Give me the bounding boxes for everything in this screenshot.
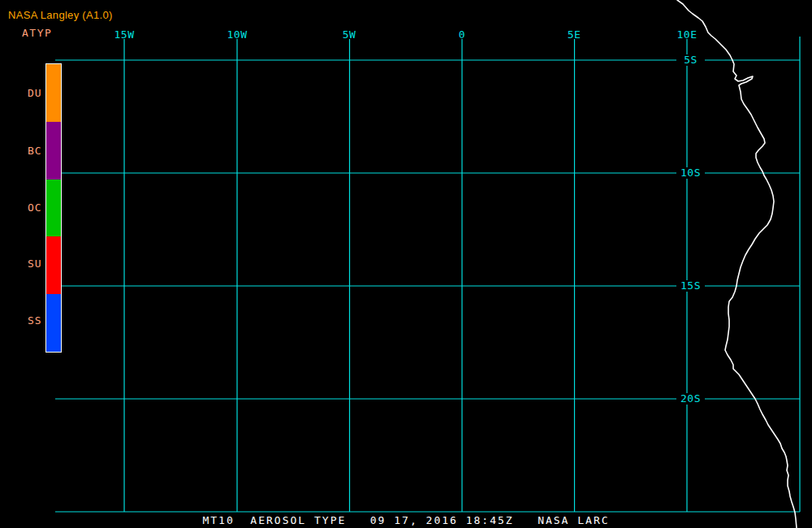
map-plot-area: [0, 0, 812, 528]
lon-label-10e: 10E: [677, 28, 698, 41]
colorbar-swatch-black-carbon: [46, 122, 61, 180]
aerosol-map-screen: NASA Langley (A1.0) ATYP 15W 10W 5W 0 5E…: [0, 0, 812, 528]
colorbar-swatch-dust: [46, 64, 61, 122]
colorbar-swatch-organic: [46, 180, 61, 237]
graticule-vertical-lines: [124, 37, 800, 512]
lat-label-15s: 15S: [676, 280, 705, 292]
page-title: NASA Langley (A1.0): [8, 9, 113, 21]
legend-label-su: SU: [28, 258, 44, 270]
colorbar-swatch-sea-salt: [46, 294, 61, 352]
caption-text: MT10 AEROSOL TYPE 09 17, 2016 18:45Z NAS…: [0, 514, 812, 526]
legend-label-ss: SS: [28, 314, 44, 327]
lon-label-10w: 10W: [227, 28, 248, 41]
colorbar-swatch-sulfate: [46, 236, 61, 294]
lon-label-5e: 5E: [568, 28, 581, 41]
coastline: [677, 0, 797, 528]
product-code-label: ATYP: [22, 27, 52, 39]
lat-label-20s: 20S: [676, 393, 705, 405]
lon-label-0: 0: [459, 28, 465, 41]
legend-label-du: DU: [28, 87, 44, 99]
legend-label-oc: OC: [28, 201, 44, 214]
lat-label-5s: 5S: [676, 54, 705, 66]
aerosol-type-colorbar: [45, 63, 62, 353]
legend-label-bc: BC: [28, 145, 44, 157]
lon-label-5w: 5W: [343, 28, 356, 41]
lat-label-10s: 10S: [676, 167, 705, 179]
lon-label-15w: 15W: [114, 28, 135, 41]
